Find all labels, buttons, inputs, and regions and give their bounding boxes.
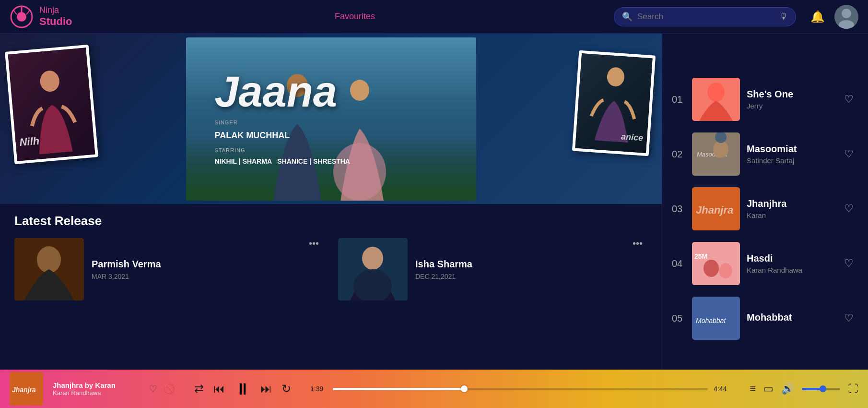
player-block-icon[interactable]: 🚫 [163, 383, 175, 395]
svg-point-10 [606, 67, 625, 87]
svg-rect-13 [14, 238, 84, 300]
trending-info-3: Jhanjhra Karan [747, 198, 837, 219]
pause-button[interactable]: ⏸ [235, 380, 251, 398]
trending-heart-2[interactable]: ♡ [844, 148, 854, 160]
trending-info-5: Mohabbat [747, 312, 837, 325]
player-album-art: Jhanjra [10, 372, 43, 406]
ninja-studio-logo-icon [10, 5, 34, 29]
trending-thumb-5: Mohabbat [692, 297, 740, 340]
svg-point-23 [713, 141, 728, 158]
isha-image [338, 238, 408, 300]
player-song-name: Jhanjhra by Karan [53, 381, 139, 389]
trending-item-4[interactable]: 04 25M Hasdi Karan Randhawa ♡ [667, 236, 858, 291]
trending-item-5[interactable]: 05 Mohabbat Mohabbat ♡ [667, 291, 858, 346]
hero-banner: Nilh [0, 34, 662, 204]
svg-point-31 [719, 263, 732, 278]
release-card-isha[interactable]: Isha Sharma DEC 21,2021 ••• [338, 238, 647, 300]
player-heart-icon[interactable]: ♡ [149, 383, 157, 395]
isha-info: Isha Sharma DEC 21,2021 [415, 259, 472, 280]
shuffle-button[interactable]: ⇄ [194, 382, 204, 396]
svg-rect-27 [692, 187, 740, 230]
prev-button[interactable]: ⏮ [213, 382, 225, 396]
isha-more-button[interactable]: ••• [633, 238, 643, 249]
header-right: 🔔 [810, 5, 858, 29]
trending-artist-4: Karan Randhawa [747, 266, 837, 274]
parmish-more-button[interactable]: ••• [309, 238, 319, 249]
svg-point-1 [17, 12, 26, 22]
isha-date: DEC 21,2021 [415, 273, 472, 280]
avatar-image [834, 5, 858, 29]
parmish-date: MAR 3,2021 [92, 273, 161, 280]
trending-item-1[interactable]: 01 She's One Jerry ♡ [667, 72, 858, 127]
volume-icon[interactable]: 🔊 [781, 383, 794, 395]
nav-favourites[interactable]: Favourites [335, 12, 375, 22]
main-nav: Favourites [96, 12, 614, 22]
jhanjhra-art: Jhanjra [692, 187, 740, 230]
release-card-parmish[interactable]: Parmish Verma MAR 3,2021 ••• [14, 238, 324, 300]
isha-thumb [338, 238, 408, 300]
hasdi-art: 25M [692, 242, 740, 285]
right-card-text: anice [621, 132, 643, 143]
player-action-icons: ♡ 🚫 [149, 383, 175, 395]
parmish-thumb [14, 238, 84, 300]
notification-bell-icon[interactable]: 🔔 [810, 10, 825, 24]
time-total: 4:44 [714, 385, 730, 393]
latest-release-section: Latest Release Parmish Verma MA [0, 204, 662, 310]
left-card-text: Nilh [19, 135, 40, 149]
player-controls: ⇄ ⏮ ⏸ ⏭ ↻ [194, 380, 291, 398]
trending-item-2[interactable]: 02 Masoomiat Masoomiat Satinder Sartaj ♡ [667, 127, 858, 181]
hero-right-card: anice [572, 50, 656, 156]
search-input[interactable] [637, 12, 774, 22]
player-bar: Jhanjra Jhanjhra by Karan Karan Randhawa… [0, 370, 868, 408]
stars-text: NIKHIL | SHARMA SHANICE | SHRESTHA [215, 156, 350, 168]
volume-slider[interactable] [802, 388, 840, 390]
trending-thumb-2: Masoomiat [692, 132, 740, 176]
player-right-controls: ≡ ▭ 🔊 ⛶ [750, 383, 858, 395]
svg-rect-17 [338, 238, 408, 300]
latest-release-grid: Parmish Verma MAR 3,2021 ••• [14, 238, 647, 300]
masoomiat-art: Masoomiat [692, 132, 740, 176]
trending-heart-3[interactable]: ♡ [844, 203, 854, 215]
trending-song-3: Jhanjhra [747, 198, 837, 209]
time-current: 1:39 [310, 385, 327, 393]
trending-heart-5[interactable]: ♡ [844, 312, 854, 324]
mohabbat-art: Mohabbat [692, 297, 740, 340]
repeat-button[interactable]: ↻ [282, 382, 291, 396]
logo-studio: Studio [39, 15, 72, 28]
next-button[interactable]: ⏭ [260, 382, 272, 396]
expand-icon[interactable]: ⛶ [848, 383, 858, 395]
svg-text:Jhanjra: Jhanjra [12, 386, 36, 394]
trending-sidebar: 01 She's One Jerry ♡ 02 Masoo [662, 34, 868, 408]
player-artist-name: Karan Randhawa [53, 389, 139, 396]
header: Ninja Studio Favourites 🔍 🎙 🔔 [0, 0, 868, 34]
svg-point-30 [704, 260, 719, 277]
playlist-icon[interactable]: ≡ [750, 383, 756, 395]
trending-item-3[interactable]: 03 Jhanjra Jhanjhra Karan ♡ [667, 181, 858, 236]
player-song-info: Jhanjhra by Karan Karan Randhawa [53, 381, 139, 396]
isha-name: Isha Sharma [415, 259, 472, 270]
trending-song-2: Masoomiat [747, 144, 837, 155]
volume-thumb [820, 385, 826, 392]
parmish-name: Parmish Verma [92, 259, 161, 270]
user-avatar[interactable] [834, 5, 858, 29]
logo-text: Ninja Studio [39, 5, 72, 28]
search-icon: 🔍 [622, 12, 633, 22]
trending-num-5: 05 [672, 313, 685, 324]
trending-artist-1: Jerry [747, 102, 837, 110]
trending-thumb-4: 25M [692, 242, 740, 285]
svg-point-4 [842, 9, 851, 18]
content-area: Nilh [0, 34, 662, 408]
right-card-person [583, 63, 645, 144]
svg-text:25M: 25M [694, 252, 707, 260]
microphone-icon[interactable]: 🎙 [779, 12, 788, 22]
progress-bar[interactable] [333, 388, 708, 390]
hero-calligraphy-text: Jaana [215, 70, 350, 113]
trending-num-4: 04 [672, 258, 685, 269]
trending-song-5: Mohabbat [747, 312, 837, 323]
trending-heart-1[interactable]: ♡ [844, 93, 854, 106]
hero-center-image: Jaana SINGER PALAK MUCHHAL STARRING NIKH… [186, 37, 476, 201]
trending-info-1: She's One Jerry [747, 89, 837, 110]
starring-label: STARRING [215, 146, 350, 156]
screen-icon[interactable]: ▭ [763, 383, 774, 395]
trending-heart-4[interactable]: ♡ [844, 257, 854, 270]
